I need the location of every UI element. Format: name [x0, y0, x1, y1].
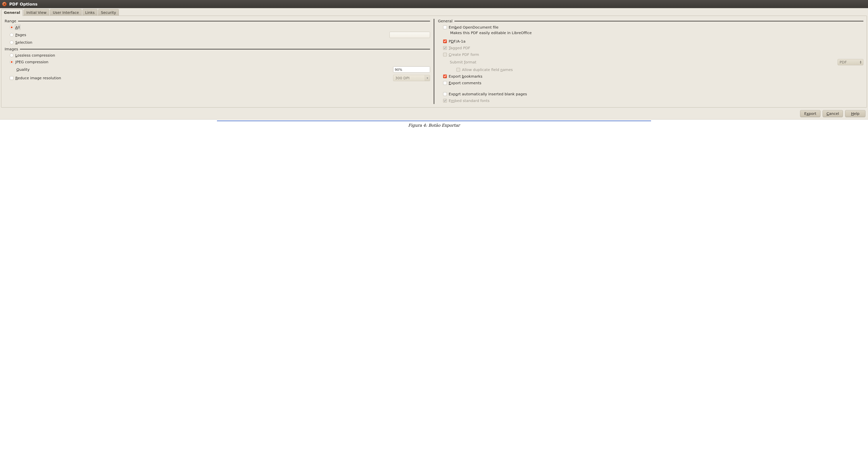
group-images: Images Lossless compression JPEG compres…: [5, 47, 430, 82]
dpi-value: 300 DPI: [393, 76, 425, 80]
tab-general[interactable]: General: [1, 9, 23, 16]
check-reduce-resolution[interactable]: [10, 76, 13, 80]
col-left: Range All Pages S: [5, 18, 430, 104]
check-embed-standard-fonts: [443, 99, 447, 102]
check-pdfa[interactable]: [443, 39, 447, 43]
radio-jpeg[interactable]: [10, 60, 13, 64]
tab-bar: General Initial View User Interface Link…: [0, 8, 868, 16]
column-divider: [434, 19, 434, 104]
divider-line: [454, 21, 863, 22]
tab-links[interactable]: Links: [83, 9, 97, 16]
check-export-comments-label[interactable]: Export comments: [449, 81, 481, 85]
quality-spinner[interactable]: ▲ ▼: [393, 66, 430, 73]
check-allow-duplicate-names-label: Allow duplicate field names: [462, 67, 513, 72]
tab-user-interface[interactable]: User Interface: [50, 9, 82, 16]
quality-input[interactable]: [393, 67, 430, 72]
check-allow-duplicate-names: [457, 68, 460, 71]
group-images-label: Images: [5, 47, 18, 51]
radio-all[interactable]: [10, 26, 13, 29]
group-range: Range All Pages S: [5, 19, 430, 46]
submit-format-label: Submit format: [450, 60, 476, 64]
tab-security[interactable]: Security: [98, 9, 119, 16]
radio-selection[interactable]: [10, 40, 13, 44]
radio-jpeg-label[interactable]: JPEG compression: [15, 60, 48, 64]
radio-lossless[interactable]: [10, 54, 13, 57]
check-create-pdf-form-label: Create PDF form: [449, 52, 479, 57]
check-reduce-resolution-label[interactable]: Reduce image resolution: [15, 76, 61, 80]
submit-format-combo: PDF ▲▼: [838, 59, 863, 65]
group-general: General Embed OpenDocument file Makes th…: [438, 19, 863, 104]
figure-caption: Figura 4: Botão Exportar: [0, 121, 868, 131]
chevron-down-icon: ▼: [425, 75, 430, 81]
col-right: General Embed OpenDocument file Makes th…: [438, 18, 863, 104]
dialog-footer: Export Cancel Help: [0, 109, 868, 119]
check-export-blank-pages[interactable]: [443, 92, 447, 96]
submit-format-value: PDF: [840, 60, 859, 64]
dialog-body: General Initial View User Interface Link…: [0, 8, 868, 120]
check-embed-odf-label[interactable]: Embed OpenDocument file: [449, 25, 498, 30]
radio-pages-label[interactable]: Pages: [15, 33, 26, 37]
help-button[interactable]: Help: [845, 110, 865, 117]
check-export-blank-pages-label[interactable]: Export automatically inserted blank page…: [449, 92, 527, 96]
cancel-button[interactable]: Cancel: [823, 110, 843, 117]
radio-lossless-label[interactable]: Lossless compression: [15, 53, 55, 58]
quality-label: Quality: [17, 67, 30, 72]
radio-pages[interactable]: [10, 33, 13, 37]
check-pdfa-label[interactable]: PDF/A-1a: [449, 39, 465, 43]
export-button[interactable]: Export: [800, 110, 820, 117]
divider-line: [20, 49, 430, 50]
tab-initial-view[interactable]: Initial View: [24, 9, 49, 16]
window-title: PDF Options: [9, 2, 37, 6]
group-general-label: General: [438, 19, 453, 23]
check-export-bookmarks-label[interactable]: Export bookmarks: [449, 74, 483, 78]
check-export-bookmarks[interactable]: [443, 74, 447, 78]
check-embed-odf[interactable]: [443, 26, 447, 29]
check-export-comments[interactable]: [443, 81, 447, 85]
pages-input[interactable]: [390, 32, 430, 38]
check-embed-standard-fonts-label: Embed standard fonts: [449, 98, 490, 103]
check-tagged-pdf-label: Tagged PDF: [449, 46, 470, 50]
tab-panel-general: Range All Pages S: [1, 16, 867, 107]
radio-selection-label[interactable]: Selection: [15, 40, 32, 45]
embed-odf-hint: Makes this PDF easily editable in LibreO…: [438, 31, 863, 36]
dpi-combo: 300 DPI ▼: [393, 75, 430, 81]
divider-line: [18, 21, 430, 22]
titlebar: PDF Options: [0, 0, 868, 8]
group-range-label: Range: [5, 19, 16, 23]
close-icon[interactable]: [2, 2, 7, 6]
check-tagged-pdf: [443, 46, 447, 50]
updown-icon: ▲▼: [860, 60, 861, 64]
radio-all-label[interactable]: All: [15, 25, 20, 30]
check-create-pdf-form: [443, 53, 447, 57]
